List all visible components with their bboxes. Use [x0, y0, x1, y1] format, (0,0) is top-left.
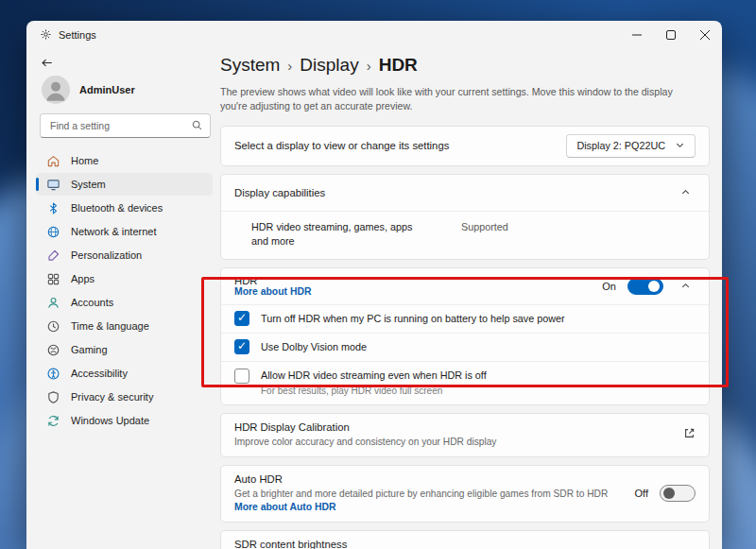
- sidebar-item-accessibility[interactable]: Accessibility: [36, 362, 213, 385]
- hdr-toggle[interactable]: [627, 278, 663, 295]
- toggle-knob: [648, 281, 660, 292]
- sidebar-item-label: Accessibility: [71, 368, 128, 379]
- sidebar-item-label: Home: [71, 155, 98, 166]
- close-button[interactable]: [688, 21, 722, 49]
- auto-hdr-toggle-state: Off: [635, 488, 648, 499]
- external-link-icon: [683, 427, 696, 442]
- hdr-label: HDR: [234, 275, 311, 286]
- auto-hdr-text: Auto HDR Get a brighter and more detaile…: [234, 473, 635, 514]
- sidebar-item-system[interactable]: System: [36, 173, 213, 196]
- sidebar-item-label: Apps: [71, 273, 94, 284]
- sidebar-item-network-internet[interactable]: Network & internet: [36, 220, 213, 243]
- sidebar-item-label: Gaming: [71, 344, 108, 355]
- hdr-battery-checkbox-row[interactable]: Turn off HDR when my PC is running on ba…: [221, 304, 709, 333]
- sidebar-item-gaming[interactable]: Gaming: [36, 338, 213, 361]
- more-about-hdr-link[interactable]: More about HDR: [234, 286, 311, 297]
- globe-icon: [46, 225, 60, 239]
- display-capabilities-label: Display capabilities: [234, 187, 325, 198]
- checkbox-label: Turn off HDR when my PC is running on ba…: [261, 312, 565, 325]
- toggle-knob: [663, 488, 675, 499]
- breadcrumb-system[interactable]: System: [220, 55, 280, 76]
- breadcrumb-display[interactable]: Display: [300, 55, 358, 76]
- sidebar-item-label: Windows Update: [71, 415, 149, 426]
- hdr-header-row[interactable]: HDR More about HDR On: [221, 268, 709, 304]
- hdr-video-streaming-checkbox[interactable]: [234, 369, 249, 384]
- hdr-intro-text: The preview shows what video will look l…: [220, 85, 700, 114]
- accessibility-icon: [46, 367, 60, 381]
- avatar: [42, 76, 70, 104]
- sdr-brightness-label: SDR content brightness: [234, 539, 682, 549]
- search-box: [40, 113, 211, 138]
- sidebar-item-accounts[interactable]: Accounts: [36, 291, 213, 314]
- sidebar-item-windows-update[interactable]: Windows Update: [36, 409, 213, 432]
- apps-grid-icon: [46, 272, 60, 286]
- settings-scroll-region[interactable]: The preview shows what video will look l…: [220, 83, 710, 549]
- brush-icon: [46, 249, 60, 263]
- hdr-calibration-label: HDR Display Calibration: [234, 421, 496, 433]
- hdr-calibration-text: HDR Display Calibration Improve color ac…: [234, 421, 509, 449]
- breadcrumb-hdr: HDR: [379, 55, 418, 76]
- search-input[interactable]: [40, 113, 211, 138]
- select-display-row: Select a display to view or change its s…: [221, 127, 709, 165]
- select-display-card: Select a display to view or change its s…: [220, 126, 710, 166]
- update-arrows-icon: [46, 414, 60, 428]
- turn-off-hdr-on-battery-checkbox[interactable]: [234, 311, 249, 326]
- sidebar-item-label: Network & internet: [71, 226, 156, 237]
- sidebar-item-personalization[interactable]: Personalization: [36, 244, 213, 266]
- titlebar[interactable]: Settings: [26, 21, 722, 49]
- display-select-dropdown[interactable]: Display 2: PQ22UC: [566, 134, 696, 158]
- person-icon: [46, 296, 60, 310]
- sidebar-item-label: Time & language: [71, 320, 149, 332]
- bluetooth-icon: [46, 201, 60, 215]
- display-select-value: Display 2: PQ22UC: [576, 140, 665, 151]
- display-capabilities-header[interactable]: Display capabilities: [221, 175, 709, 211]
- window-controls: [620, 21, 722, 49]
- hdr-calibration-card[interactable]: HDR Display Calibration Improve color ac…: [220, 413, 710, 457]
- hdr-calibration-row[interactable]: HDR Display Calibration Improve color ac…: [221, 414, 709, 456]
- sdr-brightness-row: SDR content brightness Move this window …: [221, 531, 709, 549]
- gamepad-icon: [46, 343, 60, 357]
- clock-icon: [46, 319, 60, 334]
- hdr-title-block: HDR More about HDR: [234, 275, 324, 297]
- sidebar-item-label: Bluetooth & devices: [71, 202, 163, 214]
- user-profile[interactable]: AdminUser: [42, 76, 213, 104]
- hdr-calibration-description: Improve color accuracy and consistency o…: [234, 436, 496, 449]
- sidebar-item-time-language[interactable]: Time & language: [36, 315, 213, 337]
- hdr-capability-row: HDR video streaming, games, apps and mor…: [221, 211, 709, 259]
- chevron-up-icon[interactable]: [675, 276, 696, 297]
- breadcrumb: System › Display › HDR: [220, 55, 710, 76]
- breadcrumb-separator: ›: [287, 57, 292, 74]
- hdr-controls: On: [602, 276, 696, 297]
- maximize-button[interactable]: [654, 21, 688, 49]
- window-body: AdminUser Home: [26, 49, 722, 549]
- dolby-vision-checkbox-row[interactable]: Use Dolby Vision mode: [221, 333, 709, 361]
- checkbox-label-block: Allow HDR video streaming even when HDR …: [261, 369, 487, 396]
- home-icon: [46, 154, 60, 168]
- display-capabilities-card: Display capabilities HDR video streaming…: [220, 174, 710, 260]
- sidebar-item-privacy-security[interactable]: Privacy & security: [36, 386, 213, 408]
- chevron-down-icon: [675, 140, 685, 152]
- auto-hdr-row: Auto HDR Get a brighter and more detaile…: [221, 466, 709, 522]
- minimize-button[interactable]: [620, 21, 654, 49]
- hdr-video-streaming-checkbox-row[interactable]: Allow HDR video streaming even when HDR …: [221, 361, 709, 404]
- main-content: System › Display › HDR The preview shows…: [220, 49, 722, 549]
- sidebar-item-apps[interactable]: Apps: [36, 267, 213, 290]
- capability-value: Supported: [461, 220, 508, 232]
- chevron-up-icon[interactable]: [675, 182, 696, 203]
- sidebar-item-home[interactable]: Home: [36, 149, 213, 172]
- user-name: AdminUser: [79, 84, 135, 95]
- sdr-brightness-card: SDR content brightness Move this window …: [220, 530, 710, 549]
- desktop-wallpaper: Settings: [0, 0, 756, 549]
- search-icon: [191, 119, 203, 134]
- back-button[interactable]: [40, 53, 64, 72]
- more-about-auto-hdr-link[interactable]: More about Auto HDR: [234, 502, 336, 512]
- sidebar-item-label: Personalization: [71, 249, 142, 261]
- auto-hdr-card: Auto HDR Get a brighter and more detaile…: [220, 465, 710, 523]
- window-title: Settings: [59, 29, 96, 41]
- sidebar-item-bluetooth-devices[interactable]: Bluetooth & devices: [36, 197, 213, 219]
- checkbox-label: Allow HDR video streaming even when HDR …: [261, 369, 487, 381]
- auto-hdr-description: Get a brighter and more detailed picture…: [234, 488, 622, 514]
- auto-hdr-toggle[interactable]: [660, 485, 696, 502]
- dolby-vision-checkbox[interactable]: [234, 339, 249, 354]
- hdr-toggle-state: On: [602, 281, 616, 292]
